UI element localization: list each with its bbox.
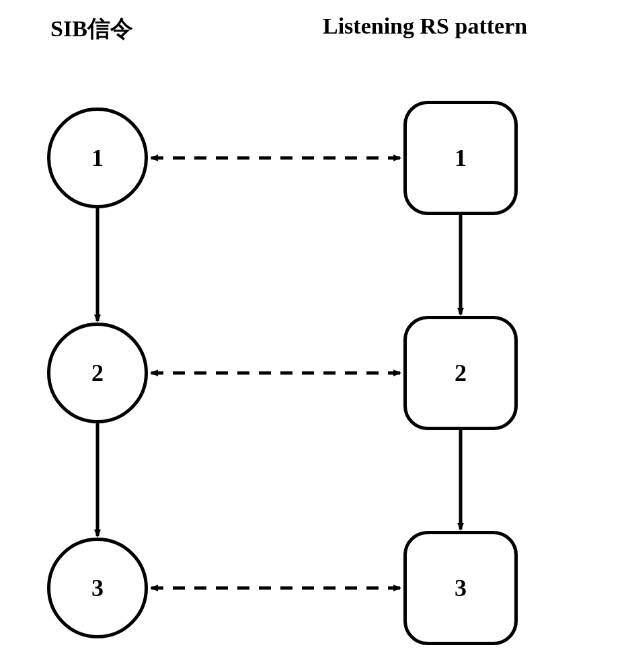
connectors (0, 0, 626, 672)
